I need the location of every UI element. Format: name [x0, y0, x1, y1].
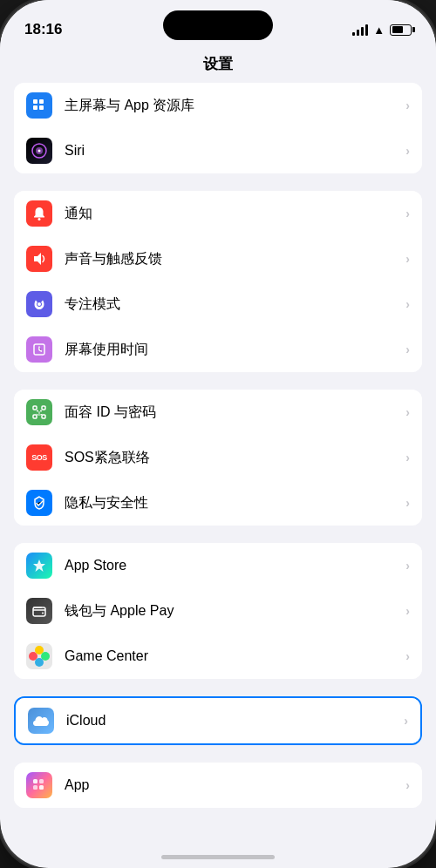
svg-point-9 [37, 302, 41, 306]
appstore-chevron: › [405, 559, 410, 573]
settings-row-siri[interactable]: Siri › [14, 128, 422, 173]
settings-row-faceid[interactable]: 面容 ID 与密码 › [14, 390, 422, 435]
icloud-highlighted-container: iCloud › [14, 696, 422, 745]
svg-marker-8 [34, 253, 41, 265]
icloud-icon [28, 708, 54, 734]
svg-rect-2 [33, 105, 37, 110]
wallet-chevron: › [405, 604, 410, 618]
screentime-chevron: › [405, 342, 410, 356]
focus-chevron: › [405, 297, 410, 311]
settings-row-icloud[interactable]: iCloud › [16, 698, 420, 743]
svg-rect-13 [33, 415, 37, 418]
privacy-chevron: › [405, 496, 410, 510]
svg-rect-19 [33, 607, 42, 608]
sound-chevron: › [405, 252, 410, 266]
appstore-icon [26, 553, 52, 579]
notifications-icon [26, 200, 52, 227]
siri-label: Siri [65, 143, 405, 159]
settings-row-homescreen[interactable]: 主屏幕与 App 资源库 › [14, 83, 422, 128]
phone-screen: 18:16 ▲ 设置 [0, 0, 436, 868]
svg-rect-1 [39, 99, 44, 104]
focus-icon [26, 291, 52, 317]
siri-icon [26, 138, 52, 164]
settings-row-gamecenter[interactable]: Game Center › [14, 634, 422, 679]
svg-point-18 [42, 613, 44, 614]
settings-group-icloud: iCloud › [0, 696, 436, 745]
icloud-chevron: › [404, 714, 408, 728]
svg-rect-11 [33, 406, 37, 410]
settings-row-notifications[interactable]: 通知 › [14, 191, 422, 236]
svg-rect-25 [39, 779, 44, 783]
notifications-chevron: › [405, 207, 410, 220]
svg-point-7 [38, 218, 41, 220]
status-time: 18:16 [24, 21, 62, 38]
homescreen-icon [26, 92, 52, 119]
privacy-icon [26, 490, 52, 516]
homescreen-chevron: › [405, 98, 410, 112]
svg-rect-12 [42, 406, 45, 410]
app-chevron: › [405, 778, 410, 792]
svg-rect-27 [39, 785, 44, 790]
wallet-icon [26, 598, 52, 624]
settings-group-6: App › [0, 763, 436, 808]
settings-group-4: App Store › 钱包与 Apple Pay [0, 543, 436, 679]
app-icon [26, 772, 52, 798]
battery-icon [390, 24, 412, 36]
faceid-icon [26, 399, 52, 425]
page-title: 设置 [0, 47, 436, 83]
icloud-label: iCloud [66, 713, 404, 729]
siri-chevron: › [405, 144, 410, 158]
settings-group-2: 通知 › 声音与触感反馈 › [0, 191, 436, 372]
settings-group-1: 主屏幕与 App 资源库 › Siri › [0, 83, 436, 173]
settings-row-sound[interactable]: 声音与触感反馈 › [14, 236, 422, 281]
app-label: App [65, 777, 405, 793]
faceid-label: 面容 ID 与密码 [65, 403, 405, 422]
settings-row-sos[interactable]: SOS SOS紧急联络 › [14, 435, 422, 480]
settings-row-appstore[interactable]: App Store › [14, 543, 422, 588]
gamecenter-icon [26, 643, 52, 669]
settings-row-app[interactable]: App › [14, 763, 422, 808]
svg-rect-24 [33, 779, 37, 783]
dynamic-island [163, 10, 273, 40]
settings-row-wallet[interactable]: 钱包与 Apple Pay › [14, 588, 422, 634]
status-icons: ▲ [352, 24, 412, 37]
wallet-label: 钱包与 Apple Pay [65, 602, 405, 620]
phone-frame: 18:16 ▲ 设置 [0, 0, 436, 868]
svg-rect-17 [33, 607, 45, 616]
gamecenter-chevron: › [405, 649, 410, 663]
signal-icon [352, 24, 368, 36]
svg-rect-14 [42, 415, 45, 418]
homescreen-label: 主屏幕与 App 资源库 [65, 97, 405, 115]
svg-rect-0 [33, 99, 37, 104]
wifi-icon: ▲ [373, 24, 385, 37]
sound-label: 声音与触感反馈 [65, 250, 405, 268]
sound-icon [26, 246, 52, 272]
focus-label: 专注模式 [65, 295, 405, 314]
sos-label: SOS紧急联络 [65, 449, 405, 467]
svg-point-6 [38, 150, 41, 153]
settings-row-privacy[interactable]: 隐私与安全性 › [14, 480, 422, 526]
settings-row-screentime[interactable]: 屏幕使用时间 › [14, 327, 422, 372]
svg-rect-26 [33, 785, 37, 790]
home-indicator [161, 855, 275, 859]
settings-row-focus[interactable]: 专注模式 › [14, 281, 422, 327]
svg-point-16 [40, 410, 42, 412]
screentime-label: 屏幕使用时间 [65, 341, 405, 359]
appstore-label: App Store [65, 558, 405, 573]
sos-icon: SOS [26, 444, 52, 471]
privacy-label: 隐私与安全性 [65, 494, 405, 512]
settings-group-3: 面容 ID 与密码 › SOS SOS紧急联络 › [0, 390, 436, 526]
settings-scroll[interactable]: 主屏幕与 App 资源库 › Siri › [0, 83, 436, 834]
svg-point-23 [35, 658, 44, 667]
faceid-chevron: › [405, 405, 410, 419]
svg-point-15 [37, 410, 38, 412]
screentime-icon [26, 336, 52, 363]
gamecenter-label: Game Center [65, 648, 405, 664]
sos-chevron: › [405, 451, 410, 465]
notifications-label: 通知 [65, 205, 405, 223]
svg-rect-3 [39, 105, 44, 110]
